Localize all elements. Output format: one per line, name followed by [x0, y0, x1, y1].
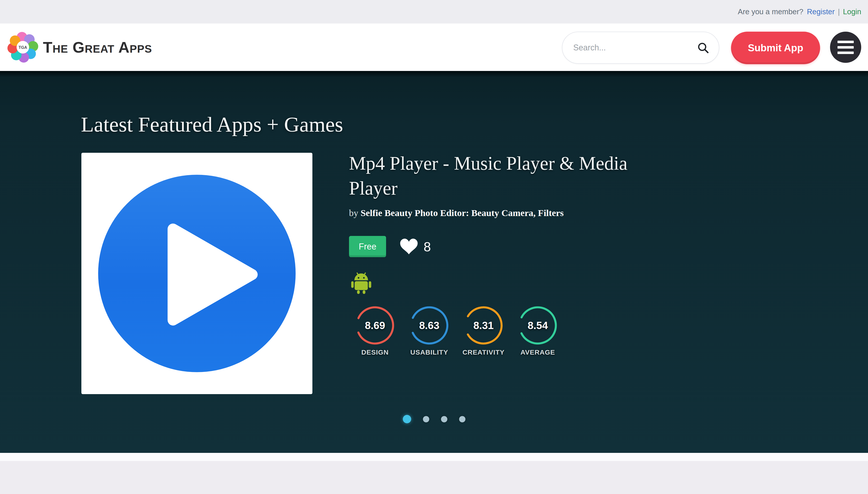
price-badge: Free	[349, 236, 386, 257]
carousel-dot-1[interactable]	[403, 415, 411, 423]
rating-label: AVERAGE	[520, 348, 555, 356]
rating-value: 8.63	[409, 305, 450, 346]
likes-count: 8	[423, 239, 431, 254]
rating-label: DESIGN	[361, 348, 389, 356]
rating-label: USABILITY	[410, 348, 448, 356]
brand-name: The Great Apps	[43, 38, 152, 56]
rating-ring-icon: 8.63	[409, 305, 450, 346]
brand-logo[interactable]: TGA The Great Apps	[6, 29, 152, 65]
section-heading: Latest Featured Apps + Games	[81, 112, 343, 136]
topbar-separator: |	[838, 7, 840, 16]
tga-flower-icon: TGA	[6, 30, 40, 64]
carousel-dot-2[interactable]	[423, 416, 429, 422]
app-title[interactable]: Mp4 Player - Music Player & Media Player	[349, 151, 663, 201]
rating-ring-icon: 8.54	[517, 305, 558, 346]
rating-usability: 8.63USABILITY	[403, 305, 455, 356]
carousel-dots	[0, 415, 868, 423]
member-prompt: Are you a member?	[738, 7, 803, 16]
carousel-dot-4[interactable]	[459, 416, 466, 422]
submit-app-button[interactable]: Submit App	[731, 32, 820, 64]
rating-value: 8.31	[463, 305, 504, 346]
login-link[interactable]: Login	[843, 7, 861, 16]
site-header: TGA The Great Apps Submit App	[0, 23, 868, 71]
rating-creativity: 8.31CREATIVITY	[457, 305, 509, 356]
register-link[interactable]: Register	[807, 7, 835, 16]
topbar: Are you a member? Register | Login	[0, 0, 868, 23]
heart-icon[interactable]	[400, 239, 418, 254]
search-box	[562, 32, 719, 64]
featured-section: Latest Featured Apps + Games Mp4 Player …	[0, 71, 868, 453]
footer-strip	[0, 453, 868, 461]
rating-design: 8.69DESIGN	[349, 305, 401, 356]
app-image[interactable]	[81, 153, 313, 394]
page: Are you a member? Register | Login TGA T…	[0, 0, 868, 494]
rating-ring-icon: 8.69	[355, 305, 395, 346]
carousel-dot-3[interactable]	[441, 416, 447, 422]
brand-abbr: TGA	[19, 45, 27, 50]
rating-value: 8.54	[517, 305, 558, 346]
app-meta-row: Free 8	[349, 236, 688, 257]
hamburger-icon	[837, 41, 854, 43]
menu-button[interactable]	[830, 32, 861, 63]
app-developer[interactable]: Selfie Beauty Photo Editor: Beauty Camer…	[361, 208, 564, 218]
rating-value: 8.69	[355, 305, 395, 346]
app-info: Mp4 Player - Music Player & Media Player…	[349, 151, 688, 356]
ratings-row: 8.69DESIGN8.63USABILITY8.31CREATIVITY8.5…	[349, 305, 688, 356]
search-icon[interactable]	[697, 41, 709, 54]
rating-ring-icon: 8.31	[463, 305, 504, 346]
footer-area	[0, 461, 868, 494]
rating-label: CREATIVITY	[463, 348, 505, 356]
play-icon	[88, 165, 305, 382]
search-input[interactable]	[562, 43, 697, 53]
rating-average: 8.54AVERAGE	[512, 305, 564, 356]
by-prefix: by	[349, 208, 358, 218]
android-icon	[349, 270, 373, 295]
app-byline: by Selfie Beauty Photo Editor: Beauty Ca…	[349, 207, 688, 218]
